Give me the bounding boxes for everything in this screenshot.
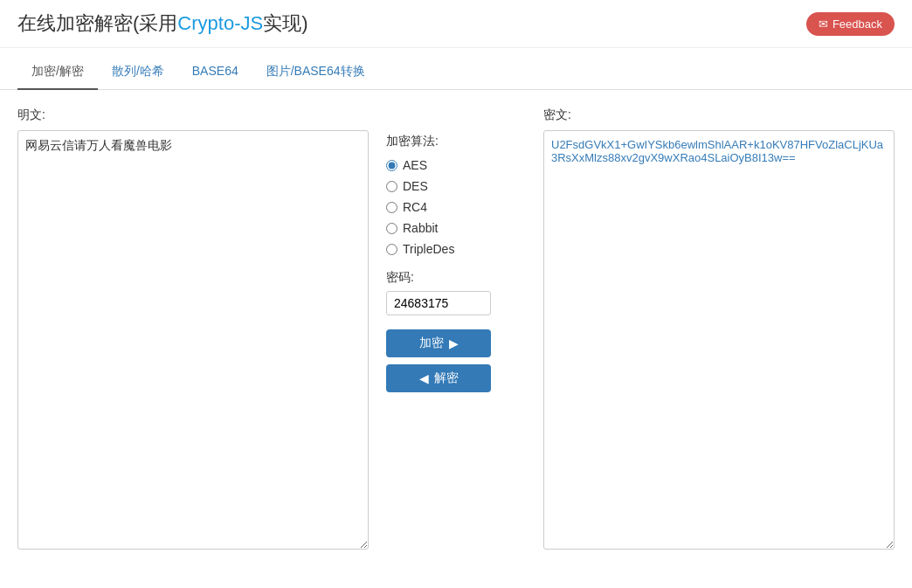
tab-base64[interactable]: BASE64 bbox=[178, 55, 252, 90]
decrypt-button[interactable]: ◀ 解密 bbox=[386, 364, 491, 392]
controls-panel: 加密算法: AES DES RC4 Rabbit TripleDes 密码: 加… bbox=[386, 107, 526, 552]
algo-label: 加密算法: bbox=[386, 134, 439, 149]
decrypt-arrow-icon: ◀ bbox=[419, 371, 429, 385]
tab-hash[interactable]: 散列/哈希 bbox=[98, 55, 178, 90]
encrypt-button[interactable]: 加密 ▶ bbox=[386, 329, 491, 357]
feedback-label: Feedback bbox=[833, 17, 882, 31]
page-title: 在线加密解密(采用Crypto-JS实现) bbox=[17, 10, 307, 37]
algo-tripledes[interactable]: TripleDes bbox=[386, 242, 454, 256]
algo-rabbit-radio[interactable] bbox=[386, 223, 397, 234]
title-prefix: 在线加密解密(采用 bbox=[17, 12, 177, 34]
password-label: 密码: bbox=[386, 270, 414, 286]
title-crypto: Crypto-JS bbox=[177, 12, 263, 34]
algo-aes[interactable]: AES bbox=[386, 158, 454, 172]
algo-rc4[interactable]: RC4 bbox=[386, 200, 454, 214]
algo-tripledes-radio[interactable] bbox=[386, 244, 397, 255]
algo-rc4-label: RC4 bbox=[403, 200, 427, 214]
plaintext-label: 明文: bbox=[17, 107, 369, 123]
main-content: 明文: 加密算法: AES DES RC4 Rabbit TripleDes 密… bbox=[0, 90, 912, 570]
algo-rc4-radio[interactable] bbox=[386, 202, 397, 213]
plaintext-panel: 明文: bbox=[17, 107, 369, 552]
ciphertext-panel: 密文: bbox=[543, 107, 895, 552]
envelope-icon: ✉ bbox=[819, 17, 828, 31]
encrypt-label: 加密 bbox=[419, 336, 444, 351]
tab-encrypt-decrypt[interactable]: 加密/解密 bbox=[17, 55, 98, 90]
decrypt-label: 解密 bbox=[434, 370, 459, 386]
password-input[interactable] bbox=[386, 291, 491, 315]
algo-des[interactable]: DES bbox=[386, 179, 454, 193]
algo-tripledes-label: TripleDes bbox=[403, 242, 454, 256]
header: 在线加密解密(采用Crypto-JS实现) ✉ Feedback bbox=[0, 0, 912, 48]
algo-aes-radio[interactable] bbox=[386, 160, 397, 171]
ciphertext-label: 密文: bbox=[543, 107, 895, 123]
algorithm-radio-group: AES DES RC4 Rabbit TripleDes bbox=[386, 158, 454, 256]
ciphertext-output[interactable] bbox=[543, 130, 895, 550]
algo-des-label: DES bbox=[403, 179, 428, 193]
algo-des-radio[interactable] bbox=[386, 181, 397, 192]
encrypt-arrow-icon: ▶ bbox=[449, 336, 459, 350]
algo-rabbit[interactable]: Rabbit bbox=[386, 221, 454, 235]
tab-bar: 加密/解密 散列/哈希 BASE64 图片/BASE64转换 bbox=[0, 55, 912, 90]
title-suffix: 实现) bbox=[263, 12, 307, 34]
algo-rabbit-label: Rabbit bbox=[403, 221, 438, 235]
plaintext-input[interactable] bbox=[17, 130, 369, 550]
tab-image-base64[interactable]: 图片/BASE64转换 bbox=[252, 55, 379, 90]
feedback-button[interactable]: ✉ Feedback bbox=[806, 12, 895, 36]
algo-aes-label: AES bbox=[403, 158, 427, 172]
